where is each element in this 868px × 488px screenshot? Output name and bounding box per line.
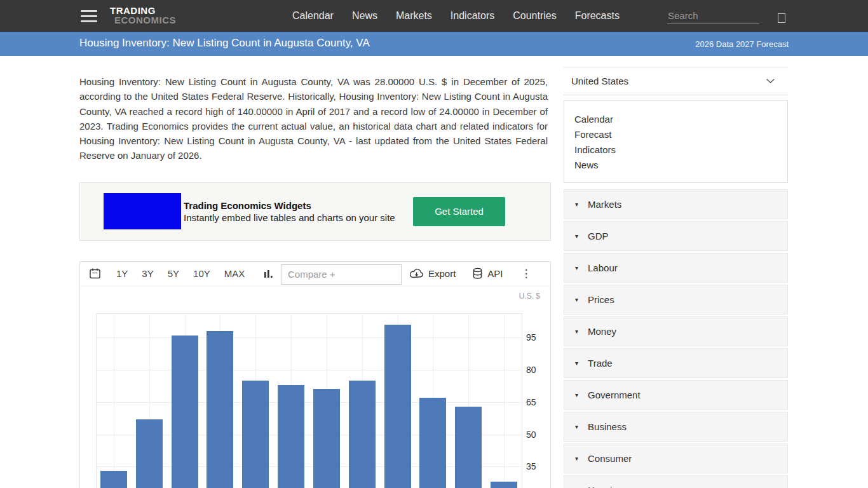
nav-markets[interactable]: Markets: [396, 10, 432, 22]
caret-down-icon: ▾: [575, 296, 578, 303]
caret-down-icon: ▾: [575, 201, 578, 208]
range-10y[interactable]: 10Y: [193, 268, 210, 279]
caret-down-icon: ▾: [575, 455, 578, 462]
nav-calendar[interactable]: Calendar: [292, 10, 334, 22]
gridline: [114, 313, 114, 488]
caret-down-icon: ▾: [575, 360, 578, 367]
sidebar-item-label: Consumer: [588, 453, 632, 464]
bar[interactable]: [349, 381, 376, 488]
caret-down-icon: ▾: [575, 423, 578, 430]
export-cloud-icon: [409, 268, 424, 279]
sidebar-item-label: Business: [588, 421, 627, 432]
main-nav: Calendar News Markets Indicators Countri…: [292, 0, 620, 32]
sidebar-item-label: Markets: [588, 199, 621, 210]
caret-down-icon: ▾: [575, 233, 578, 240]
gridline: [504, 313, 505, 488]
sidebar-item-label: Trade: [588, 358, 613, 369]
sidebar-item-label: Housing: [588, 485, 623, 488]
bar[interactable]: [278, 385, 304, 488]
api-label: API: [487, 268, 503, 279]
nav-forecasts[interactable]: Forecasts: [575, 10, 620, 22]
sidebar-item-label: GDP: [588, 231, 609, 241]
bar[interactable]: [455, 407, 482, 488]
more-options-icon[interactable]: ⋮: [521, 269, 532, 278]
unit-label: U.S. $: [519, 292, 540, 301]
sidebar-item-markets[interactable]: ▾ Markets: [564, 189, 788, 219]
country-links-box: Calendar Forecast Indicators News: [564, 100, 788, 183]
country-selector[interactable]: United States: [564, 67, 788, 95]
trading-economics-logo[interactable]: TRADING ECONOMICS: [110, 6, 176, 25]
compare-input[interactable]: [281, 264, 402, 285]
bar[interactable]: [207, 331, 233, 488]
toolbar-right: Export API ⋮: [409, 268, 532, 280]
y-axis-tick: 80: [526, 365, 536, 375]
range-3y[interactable]: 3Y: [142, 268, 153, 279]
y-axis-tick: 95: [526, 332, 536, 342]
sidebar-item-label: Money: [588, 326, 616, 337]
bar[interactable]: [172, 336, 198, 488]
chart-toolbar: 1Y 3Y 5Y 10Y MAX: [80, 262, 550, 287]
range-selector: 1Y 3Y 5Y 10Y MAX: [116, 268, 245, 279]
banner-subtitle: Instantly embed live tables and charts o…: [184, 212, 395, 223]
nav-news[interactable]: News: [352, 10, 377, 22]
calendar-icon[interactable]: [89, 268, 101, 280]
range-1y[interactable]: 1Y: [116, 268, 128, 279]
sidebar-item-label: Government: [588, 390, 641, 400]
page-title: Housing Inventory: New Listing Count in …: [79, 37, 370, 50]
banner-text: Trading Economics Widgets Instantly embe…: [184, 200, 395, 223]
plot-border-right: [522, 313, 522, 488]
sidebar-item-trade[interactable]: ▾ Trade: [564, 348, 788, 378]
bar[interactable]: [384, 325, 411, 488]
logo-line1: TRADING: [110, 6, 176, 15]
export-button[interactable]: Export: [409, 268, 456, 279]
bar[interactable]: [100, 471, 127, 488]
bar[interactable]: [313, 389, 340, 488]
search-input[interactable]: [667, 9, 759, 24]
sidebar-item-consumer[interactable]: ▾ Consumer: [564, 444, 788, 473]
nav-indicators[interactable]: Indicators: [451, 10, 494, 22]
top-navigation: TRADING ECONOMICS Calendar News Markets …: [0, 0, 868, 32]
chart-type-icon[interactable]: [264, 268, 273, 279]
hamburger-menu-icon[interactable]: [81, 10, 97, 25]
export-label: Export: [428, 268, 456, 279]
sidebar-item-label: Prices: [588, 294, 614, 305]
category-accordion: ▾ Markets ▾ GDP ▾ Labour ▾ Prices ▾ Mone…: [564, 189, 788, 488]
sidebar: United States Calendar Forecast Indicato…: [564, 56, 788, 488]
sidebar-link-forecast[interactable]: Forecast: [574, 127, 777, 142]
bar[interactable]: [242, 381, 269, 488]
sidebar-item-business[interactable]: ▾ Business: [564, 412, 788, 442]
y-axis-tick: 50: [526, 430, 536, 440]
sidebar-link-news[interactable]: News: [574, 158, 777, 173]
get-started-button[interactable]: Get Started: [413, 197, 505, 226]
range-5y[interactable]: 5Y: [168, 268, 179, 279]
gridline: [96, 370, 522, 370]
sidebar-link-calendar[interactable]: Calendar: [574, 112, 777, 127]
api-button[interactable]: API: [472, 268, 503, 280]
banner-image: [104, 193, 181, 229]
logo-line2: ECONOMICS: [110, 15, 176, 25]
bar[interactable]: [491, 482, 517, 488]
nav-countries[interactable]: Countries: [513, 10, 556, 22]
bar[interactable]: [419, 398, 446, 488]
main-content: Housing Inventory: New Listing Count in …: [79, 56, 551, 488]
chart-plot: U.S. $ 3550658095: [80, 287, 550, 488]
gridline: [96, 337, 522, 338]
flag-placeholder-icon: [778, 13, 785, 23]
sidebar-item-housing[interactable]: ▾ Housing: [564, 475, 788, 488]
indicator-description: Housing Inventory: New Listing Count in …: [79, 74, 548, 163]
title-bar: Housing Inventory: New Listing Count in …: [0, 32, 868, 56]
sidebar-item-labour[interactable]: ▾ Labour: [564, 253, 788, 283]
sidebar-link-indicators[interactable]: Indicators: [574, 142, 777, 158]
plot-border-left: [96, 313, 97, 488]
sidebar-item-government[interactable]: ▾ Government: [564, 380, 788, 410]
caret-down-icon: ▾: [575, 264, 578, 271]
sidebar-item-prices[interactable]: ▾ Prices: [564, 285, 788, 315]
bar[interactable]: [136, 419, 163, 488]
chevron-down-icon: [766, 78, 775, 84]
sidebar-item-money[interactable]: ▾ Money: [564, 316, 788, 346]
sidebar-item-gdp[interactable]: ▾ GDP: [564, 221, 788, 251]
range-max[interactable]: MAX: [224, 268, 245, 279]
country-selector-value: United States: [571, 76, 628, 86]
plot-border-top: [96, 313, 522, 314]
chart-card: 1Y 3Y 5Y 10Y MAX: [79, 261, 551, 488]
